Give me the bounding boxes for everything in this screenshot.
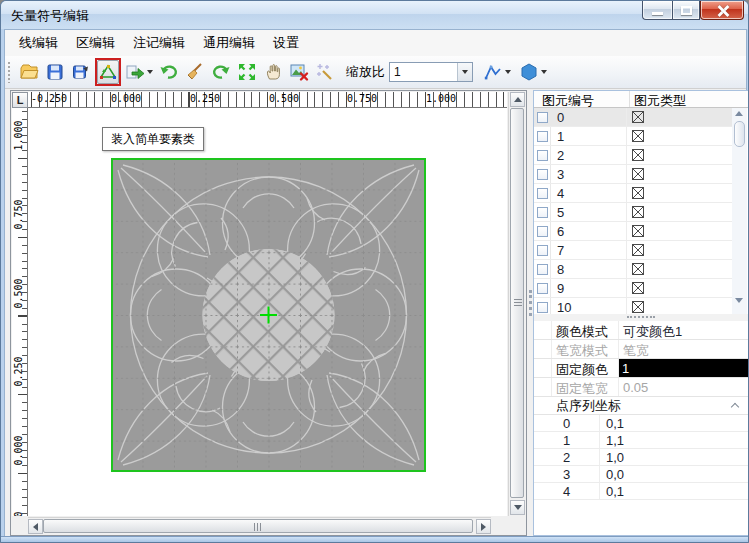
delete-image-button[interactable]: [287, 60, 311, 84]
ruler-corner-button[interactable]: L: [12, 92, 28, 108]
polygon-dropdown-arrow[interactable]: [541, 70, 547, 74]
open-button[interactable]: [17, 60, 41, 84]
table-row[interactable]: 5: [534, 203, 732, 222]
property-label: 颜色模式: [552, 321, 618, 339]
export-button[interactable]: [123, 60, 155, 84]
polygon-tool-button[interactable]: [516, 60, 550, 84]
vector-symbol-preview: [111, 158, 426, 472]
scroll-right-button[interactable]: [476, 519, 491, 534]
table-row[interactable]: 3: [534, 165, 732, 184]
menu-region-edit[interactable]: 区编辑: [68, 30, 123, 56]
table-row[interactable]: 0: [534, 108, 732, 127]
close-button[interactable]: [700, 1, 744, 20]
table-row[interactable]: 1: [534, 127, 732, 146]
save-button[interactable]: [43, 60, 67, 84]
menu-bar: 线编辑 区编辑 注记编辑 通用编辑 设置: [5, 30, 746, 56]
table-scroll-thumb[interactable]: [734, 121, 745, 147]
client-area: 线编辑 区编辑 注记编辑 通用编辑 设置: [4, 29, 747, 538]
table-scrollbar[interactable]: [732, 108, 747, 314]
save-as-button[interactable]: [69, 60, 93, 84]
scroll-up-button[interactable]: [510, 92, 525, 107]
point-row[interactable]: 2 1,0: [534, 449, 748, 466]
clean-button[interactable]: [183, 60, 207, 84]
table-row[interactable]: 8: [534, 260, 732, 279]
point-row[interactable]: 1 1,1: [534, 432, 748, 449]
row-checkbox[interactable]: [537, 245, 548, 256]
element-panel: 图元编号 图元类型 0 1: [533, 90, 749, 536]
menu-settings[interactable]: 设置: [265, 30, 307, 56]
zoom-ratio-combobox[interactable]: 1: [389, 62, 473, 82]
maximize-button[interactable]: [672, 1, 700, 20]
property-label: 固定颜色: [552, 359, 618, 377]
h-ruler-label: 1.000: [426, 93, 456, 104]
property-value: 0.05: [618, 378, 748, 396]
row-checkbox[interactable]: [537, 283, 548, 294]
row-checkbox[interactable]: [537, 302, 548, 313]
table-row[interactable]: 10: [534, 298, 732, 314]
row-checkbox[interactable]: [537, 150, 548, 161]
undo-button[interactable]: [157, 60, 181, 84]
zoom-ratio-dropdown[interactable]: [457, 63, 472, 81]
point-list-group-header[interactable]: 点序列坐标: [534, 397, 748, 415]
row-checkbox[interactable]: [537, 226, 548, 237]
toolbar-grip[interactable]: [7, 61, 12, 83]
pan-button[interactable]: [261, 60, 285, 84]
polyline-dropdown-arrow[interactable]: [505, 70, 511, 74]
table-props-splitter[interactable]: [534, 314, 748, 321]
row-checkbox[interactable]: [537, 264, 548, 275]
drawing-canvas[interactable]: [28, 108, 507, 516]
fit-extent-icon: [237, 62, 257, 82]
v-scroll-thumb[interactable]: [510, 108, 524, 498]
export-icon: [125, 62, 145, 82]
row-checkbox[interactable]: [537, 169, 548, 180]
canvas-vertical-scrollbar[interactable]: [508, 92, 525, 516]
table-row[interactable]: 6: [534, 222, 732, 241]
property-row[interactable]: 颜色模式 可变颜色1: [534, 321, 748, 340]
property-value[interactable]: 可变颜色1: [618, 321, 748, 339]
table-row[interactable]: 9: [534, 279, 732, 298]
point-coordinates: 0,1: [600, 483, 748, 499]
minimize-button[interactable]: [642, 1, 672, 20]
property-value-selected[interactable]: 1: [618, 359, 748, 377]
polyline-tool-button[interactable]: [480, 60, 514, 84]
open-folder-icon: [19, 62, 39, 82]
menu-general-edit[interactable]: 通用编辑: [195, 30, 263, 56]
canvas-horizontal-scrollbar[interactable]: [28, 517, 491, 534]
combo-arrow-icon: [462, 70, 468, 74]
redo-button[interactable]: [209, 60, 233, 84]
point-row[interactable]: 3 0,0: [534, 466, 748, 483]
scroll-left-button[interactable]: [28, 519, 43, 534]
row-checkbox[interactable]: [537, 207, 548, 218]
tooltip: 装入简单要素类: [102, 127, 204, 151]
h-ruler-label: 0.250: [190, 93, 220, 104]
table-row[interactable]: 4: [534, 184, 732, 203]
element-type-icon: [632, 263, 644, 275]
arrow-down-icon[interactable]: [735, 298, 743, 303]
export-dropdown-arrow[interactable]: [147, 70, 153, 74]
element-id: 1: [551, 127, 627, 145]
arrow-up-icon[interactable]: [735, 111, 743, 116]
collapse-chevron-icon[interactable]: [731, 403, 739, 411]
element-type-icon: [632, 187, 644, 199]
menu-line-edit[interactable]: 线编辑: [11, 30, 66, 56]
row-checkbox[interactable]: [537, 112, 548, 123]
fit-extent-button[interactable]: [235, 60, 259, 84]
table-row[interactable]: 7: [534, 241, 732, 260]
tooltip-text: 装入简单要素类: [111, 131, 195, 148]
h-scroll-thumb[interactable]: [43, 519, 473, 533]
magic-wand-button[interactable]: [313, 60, 337, 84]
row-checkbox[interactable]: [537, 188, 548, 199]
v-ruler-label: 0.500: [13, 275, 24, 313]
scroll-down-button[interactable]: [510, 500, 525, 515]
property-row[interactable]: 固定颜色 1: [534, 359, 748, 378]
load-simple-feature-button[interactable]: [97, 60, 119, 84]
point-row[interactable]: 4 0,1: [534, 483, 748, 500]
menu-annotation-edit[interactable]: 注记编辑: [125, 30, 193, 56]
polygon-tool-icon: [519, 62, 539, 82]
point-row[interactable]: 0 0,1: [534, 415, 748, 432]
element-table-header: 图元编号 图元类型: [534, 91, 748, 108]
point-index: 1: [534, 432, 600, 448]
row-checkbox[interactable]: [537, 131, 548, 142]
table-row[interactable]: 2: [534, 146, 732, 165]
main-area: L -0.250 0.000 0.250 0.500 0.750 1.000 1…: [5, 89, 746, 539]
